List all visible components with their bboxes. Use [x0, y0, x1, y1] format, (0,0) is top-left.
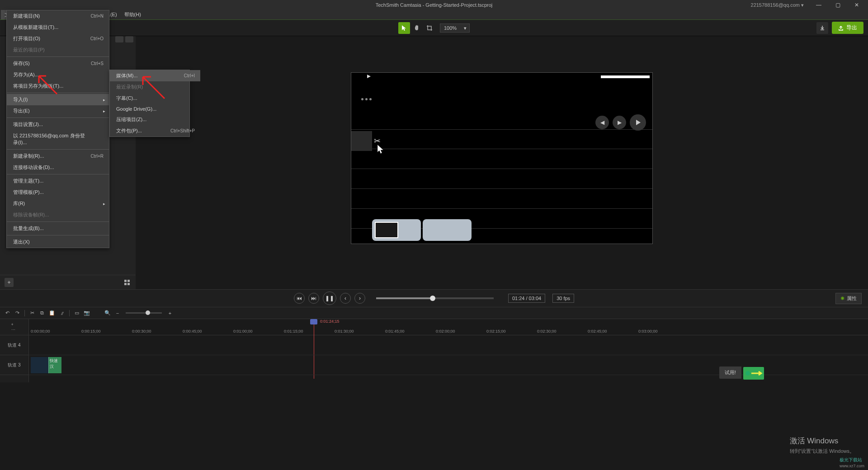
- timeline-zoom-slider[interactable]: [126, 312, 162, 314]
- watermark-title: 激活 Windows: [790, 436, 855, 446]
- playhead-handle[interactable]: [310, 319, 317, 324]
- properties-button[interactable]: ✺ 属性: [835, 293, 862, 304]
- top-toolbar: 100% ▾ 导出: [0, 20, 868, 36]
- next-marker-button[interactable]: ›: [354, 293, 365, 304]
- ruler-tick: 0:01:15;00: [284, 329, 303, 334]
- menu-signin[interactable]: 以 2215788156@qq.com 身份登录(I)...: [7, 130, 109, 148]
- redo-button[interactable]: ↷: [14, 310, 21, 317]
- hand-tool-button[interactable]: [411, 22, 423, 34]
- menu-bar: 文件(F) 编辑(E) 修改(M) 视图(V) 导出(E) 帮助(H): [0, 10, 868, 20]
- pause-button[interactable]: ❚❚: [323, 291, 336, 305]
- undo-button[interactable]: ↶: [4, 310, 11, 317]
- prev-frame-button[interactable]: ⏮: [294, 293, 305, 304]
- gear-icon: ✺: [840, 296, 844, 301]
- menu-help[interactable]: 帮助(H): [121, 10, 145, 19]
- menu-new-recording[interactable]: 新建录制(R)...Ctrl+R: [7, 150, 109, 162]
- menu-project-settings[interactable]: 项目设置(J)...: [7, 119, 109, 130]
- clip-label: 快速汉: [49, 357, 61, 373]
- svg-rect-0: [124, 280, 127, 282]
- panel-view-details[interactable]: [125, 36, 133, 42]
- zoom-fit-button[interactable]: 🔍: [104, 310, 111, 317]
- ruler-tick: 0:01:45;00: [385, 329, 405, 334]
- ruler-tick: 0:00:30;00: [132, 329, 151, 334]
- footer-logo: 极光下载站 www.xz7.com: [840, 457, 864, 468]
- ruler-tick: 0:00:45;00: [183, 329, 202, 334]
- menu-recent-projects: 最近的项目(P): [7, 44, 109, 56]
- watermark-subtitle: 转到"设置"以激活 Windows。: [790, 448, 855, 455]
- copy-button[interactable]: ⧉: [38, 310, 46, 317]
- download-button[interactable]: [816, 22, 828, 34]
- ruler-tick: 0:00:15;00: [81, 329, 101, 334]
- maximize-button[interactable]: ▢: [830, 0, 845, 10]
- submenu-zip-project[interactable]: 压缩项目(Z)...: [110, 114, 200, 125]
- clip-card-2[interactable]: [423, 219, 472, 241]
- menu-exit[interactable]: 退出(X): [7, 236, 109, 248]
- properties-label: 属性: [847, 295, 857, 302]
- timeline-clip[interactable]: 快速汉: [31, 357, 61, 373]
- track-row-3[interactable]: 快速汉: [29, 355, 868, 375]
- track-header-3[interactable]: 轨道 3: [0, 355, 28, 375]
- menu-connect-mobile[interactable]: 连接移动设备(D)...: [7, 162, 109, 173]
- canvas-play-button[interactable]: [630, 114, 646, 131]
- ruler-tick: 0:02:30;00: [537, 329, 557, 334]
- zoom-out-button[interactable]: −: [114, 310, 121, 317]
- menu-export-sub[interactable]: 导出(E)▸: [7, 105, 109, 117]
- paste-button[interactable]: 📋: [48, 310, 56, 317]
- camera-button[interactable]: 📷: [83, 310, 90, 317]
- preview-canvas[interactable]: ✂ ◀ ▶: [351, 72, 653, 244]
- menu-save[interactable]: 保存(S)Ctrl+S: [7, 58, 109, 69]
- split-button[interactable]: ⫽: [58, 310, 66, 317]
- timeline-toolbar: ↶ ↷ ✂ ⧉ 📋 ⫽ ▭ 📷 🔍 − +: [0, 307, 868, 319]
- step-back-button[interactable]: ⏭: [308, 293, 319, 304]
- annotation-arrow-2: [137, 71, 169, 103]
- panel-view-buttons: [115, 36, 133, 42]
- grid-view-button[interactable]: [123, 278, 131, 287]
- menu-manage-themes[interactable]: 管理主题(T)...: [7, 175, 109, 187]
- menu-batch-produce[interactable]: 批量生成(B)...: [7, 223, 109, 234]
- ruler-tick: 0:02:00;00: [436, 329, 455, 334]
- cut-button[interactable]: ✂: [28, 310, 36, 317]
- footer-logo-url: www.xz7.com: [840, 464, 864, 468]
- slider-knob[interactable]: [430, 296, 435, 301]
- cursor-pointer-icon: [377, 144, 385, 156]
- account-label[interactable]: 2215788156@qq.com ▾: [747, 2, 807, 8]
- prev-marker-button[interactable]: ‹: [340, 293, 351, 304]
- menu-manage-templates[interactable]: 管理模板(P)...: [7, 187, 109, 198]
- export-button-label: 导出: [846, 24, 857, 32]
- timeline: + ⋯ 轨道 4 轨道 3 0:00:00;00 0:00:15;00 0:00…: [0, 319, 868, 382]
- minimize-button[interactable]: —: [811, 0, 826, 10]
- clip-cards: [372, 219, 472, 241]
- ruler-tick: 0:03:00;00: [638, 329, 658, 334]
- track-options-button[interactable]: ⋯: [11, 328, 18, 332]
- track-row-4[interactable]: [29, 335, 868, 355]
- device-frame-button[interactable]: ▭: [73, 310, 80, 317]
- window-title: TechSmith Camtasia - Getting-Started-Pro…: [376, 2, 493, 8]
- menu-library[interactable]: 库(R)▸: [7, 198, 109, 209]
- submenu-google-drive[interactable]: Google Drive(G)...: [110, 104, 200, 114]
- clip-thumb: [31, 357, 49, 373]
- cursor-tool-button[interactable]: [398, 22, 410, 34]
- svg-rect-2: [124, 283, 127, 285]
- annotation-arrow-1: [34, 71, 60, 97]
- menu-open-project[interactable]: 打开项目(O)Ctrl+O: [7, 33, 109, 44]
- track-header-4[interactable]: 轨道 4: [0, 335, 28, 355]
- canvas-next-button[interactable]: ▶: [613, 116, 626, 129]
- add-track-button[interactable]: +: [11, 322, 18, 327]
- svg-point-4: [745, 371, 750, 376]
- close-button[interactable]: ✕: [849, 0, 864, 10]
- export-button[interactable]: 导出: [832, 22, 863, 34]
- timeline-ruler[interactable]: 0:00:00;00 0:00:15;00 0:00:30;00 0:00:45…: [29, 319, 868, 335]
- playback-slider[interactable]: [376, 297, 494, 299]
- menu-new-from-template[interactable]: 从模板新建项目(T)...: [7, 22, 109, 33]
- add-media-button[interactable]: +: [5, 278, 14, 287]
- panel-view-list[interactable]: [115, 36, 123, 42]
- crop-tool-button[interactable]: [424, 22, 435, 34]
- clip-card-1[interactable]: [372, 219, 421, 241]
- zoom-in-button[interactable]: +: [166, 310, 174, 317]
- trial-button[interactable]: 试用!: [719, 367, 741, 379]
- submenu-package[interactable]: 文件包(P)...Ctrl+Shift+P: [110, 125, 200, 136]
- zoom-level-select[interactable]: 100% ▾: [440, 24, 470, 33]
- canvas-prev-button[interactable]: ◀: [595, 116, 609, 129]
- time-display: 01:24 / 03:04: [508, 294, 545, 303]
- menu-new-project[interactable]: 新建项目(N)Ctrl+N: [7, 10, 109, 22]
